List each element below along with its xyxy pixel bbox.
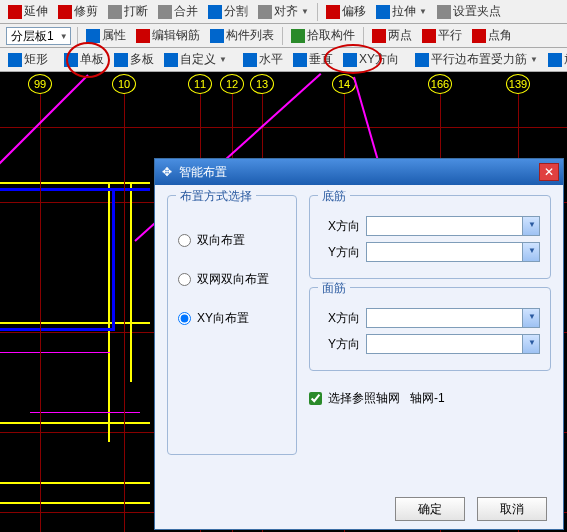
ref-axis-label: 选择参照轴网: [328, 390, 400, 407]
axis-marker: 10: [112, 74, 136, 94]
layer-combo[interactable]: 分层板1: [6, 27, 71, 45]
parallel-button[interactable]: 平行: [418, 26, 466, 45]
top-x-select[interactable]: [366, 308, 540, 328]
highlight-xy-direction: [324, 44, 382, 74]
component-list-button[interactable]: 构件列表: [206, 26, 278, 45]
layout-mode-title: 布置方式选择: [176, 188, 256, 205]
axis-marker: 13: [250, 74, 274, 94]
highlight-single-slab: [66, 42, 110, 78]
layout-mode-group: 布置方式选择 双向布置 双网双向布置 XY向布置: [167, 195, 297, 455]
two-point-button[interactable]: 两点: [368, 26, 416, 45]
radial-button[interactable]: 放射筋: [544, 50, 567, 69]
merge-button[interactable]: 合并: [154, 2, 202, 21]
top-y-label: Y方向: [320, 336, 360, 353]
dialog-title-text: 智能布置: [179, 164, 227, 181]
horizontal-button[interactable]: 水平: [239, 50, 287, 69]
parallel-edge-button[interactable]: 平行边布置受力筋▼: [411, 50, 542, 69]
top-rebar-title: 面筋: [318, 280, 350, 297]
edit-rebar-button[interactable]: 编辑钢筋: [132, 26, 204, 45]
bottom-y-label: Y方向: [320, 244, 360, 261]
align-button[interactable]: 对齐▼: [254, 2, 313, 21]
ref-axis-select[interactable]: 轴网-1: [406, 389, 551, 407]
toolbar-edit: 延伸 修剪 打断 合并 分割 对齐▼ 偏移 拉伸▼ 设置夹点: [0, 0, 567, 24]
radio-bidirectional[interactable]: 双向布置: [178, 232, 286, 249]
extend-button[interactable]: 延伸: [4, 2, 52, 21]
multi-slab-button[interactable]: 多板: [110, 50, 158, 69]
bottom-x-select[interactable]: [366, 216, 540, 236]
pick-component-button[interactable]: 拾取构件: [287, 26, 359, 45]
set-grip-button[interactable]: 设置夹点: [433, 2, 505, 21]
axis-marker: 11: [188, 74, 212, 94]
axis-marker: 12: [220, 74, 244, 94]
smart-layout-dialog: ✥ 智能布置 ✕ 布置方式选择 双向布置 双网双向布置 XY向布置 底筋: [154, 158, 564, 530]
dialog-icon: ✥: [159, 164, 175, 180]
cancel-button[interactable]: 取消: [477, 497, 547, 521]
point-angle-button[interactable]: 点角: [468, 26, 516, 45]
break-button[interactable]: 打断: [104, 2, 152, 21]
ok-button[interactable]: 确定: [395, 497, 465, 521]
custom-button[interactable]: 自定义▼: [160, 50, 231, 69]
axis-marker: 139: [506, 74, 530, 94]
ref-axis-checkbox[interactable]: [309, 392, 322, 405]
axis-marker: 166: [428, 74, 452, 94]
radio-xy[interactable]: XY向布置: [178, 310, 286, 327]
bottom-rebar-group: 底筋 X方向 Y方向: [309, 195, 551, 279]
dialog-titlebar[interactable]: ✥ 智能布置 ✕: [155, 159, 563, 185]
radio-double-net[interactable]: 双网双向布置: [178, 271, 286, 288]
bottom-rebar-title: 底筋: [318, 188, 350, 205]
stretch-button[interactable]: 拉伸▼: [372, 2, 431, 21]
top-y-select[interactable]: [366, 334, 540, 354]
axis-marker: 99: [28, 74, 52, 94]
split-button[interactable]: 分割: [204, 2, 252, 21]
top-rebar-group: 面筋 X方向 Y方向: [309, 287, 551, 371]
offset-button[interactable]: 偏移: [322, 2, 370, 21]
rect-button[interactable]: 矩形: [4, 50, 52, 69]
bottom-x-label: X方向: [320, 218, 360, 235]
bottom-y-select[interactable]: [366, 242, 540, 262]
top-x-label: X方向: [320, 310, 360, 327]
close-icon[interactable]: ✕: [539, 163, 559, 181]
trim-button[interactable]: 修剪: [54, 2, 102, 21]
